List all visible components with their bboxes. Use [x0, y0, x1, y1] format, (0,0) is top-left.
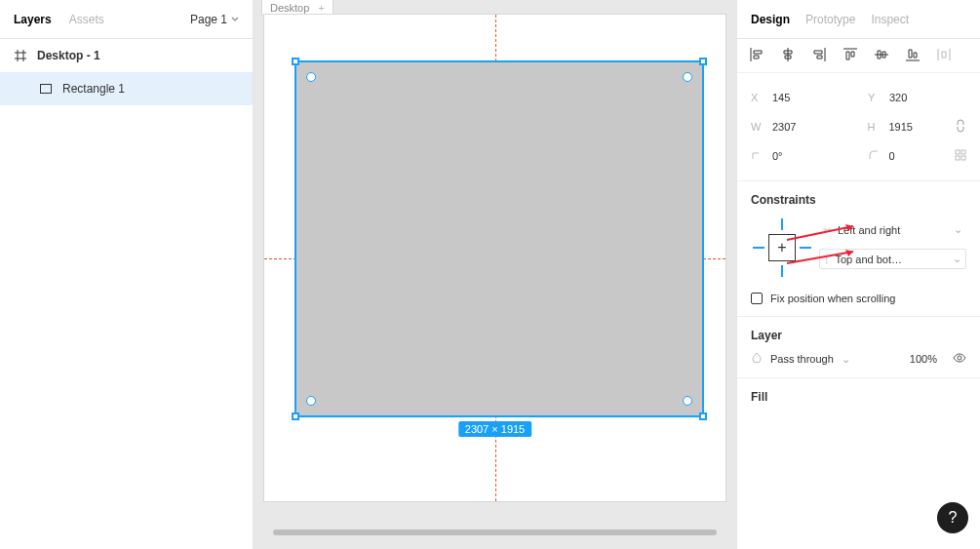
svg-point-5 — [958, 356, 961, 360]
frame-icon — [14, 49, 27, 62]
frame-tab-plus[interactable]: + — [318, 2, 324, 14]
align-tools — [737, 39, 980, 73]
corner-radius-input[interactable]: 0 — [888, 150, 947, 162]
x-label: X — [751, 92, 764, 103]
w-label: W — [751, 121, 764, 133]
opacity-input[interactable]: 100% — [910, 353, 937, 365]
vertical-constraint-label: Top and bot… — [836, 254, 903, 265]
align-bottom-icon[interactable] — [905, 47, 921, 64]
y-input[interactable]: 320 — [889, 92, 948, 103]
chevron-down-icon — [231, 16, 239, 23]
constraint-widget[interactable]: + — [751, 216, 813, 279]
left-panel-header: Layers Assets Page 1 — [0, 0, 253, 39]
horizontal-constraint-icon: ⇿ — [823, 223, 832, 236]
fix-position-label: Fix position when scrolling — [770, 293, 895, 304]
fill-section: Fill — [737, 378, 980, 425]
tab-prototype[interactable]: Prototype — [805, 13, 855, 26]
independent-corners-icon[interactable] — [955, 149, 966, 163]
blend-mode-select[interactable]: Pass through — [770, 353, 834, 365]
resize-handle-bl[interactable] — [292, 412, 299, 420]
fix-position-checkbox[interactable] — [751, 293, 763, 304]
svg-rect-1 — [956, 150, 960, 154]
rotation-icon — [751, 149, 764, 163]
help-button[interactable]: ? — [937, 502, 968, 533]
right-panel-header: Design Prototype Inspect — [737, 0, 980, 39]
horizontal-constraint-select[interactable]: ⇿ Left and right ⌄ — [819, 220, 966, 239]
constraint-top-bar[interactable] — [781, 218, 783, 230]
layer-row-rectangle[interactable]: Rectangle 1 — [0, 72, 253, 105]
vertical-constraint-select[interactable]: ↕ Top and bot… ⌄ — [819, 249, 966, 269]
geometry-section: X 145 Y 320 W 2307 H 1915 0° — [737, 73, 980, 181]
tab-inspect[interactable]: Inspect — [871, 13, 909, 26]
rectangle-name: Rectangle 1 — [62, 82, 125, 96]
fill-section-title: Fill — [751, 390, 966, 404]
align-hcenter-icon[interactable] — [780, 47, 796, 64]
constraint-left-bar[interactable] — [753, 247, 764, 249]
vertical-constraint-icon: ↕ — [824, 254, 830, 265]
fix-position-row[interactable]: Fix position when scrolling — [751, 293, 966, 304]
layer-row-frame[interactable]: Desktop - 1 — [0, 39, 253, 72]
svg-rect-4 — [961, 156, 965, 160]
corner-radius-handle-br[interactable] — [683, 396, 692, 406]
y-label: Y — [868, 92, 882, 103]
frame-tab-label: Desktop — [270, 2, 309, 14]
x-input[interactable]: 145 — [772, 92, 831, 103]
svg-rect-2 — [961, 150, 965, 154]
corner-radius-handle-bl[interactable] — [306, 396, 316, 406]
chevron-down-icon: ⌄ — [954, 223, 962, 236]
blend-mode-icon — [751, 352, 763, 366]
svg-rect-3 — [956, 156, 960, 160]
rotation-input[interactable]: 0° — [772, 150, 831, 162]
layer-section-title: Layer — [751, 329, 966, 342]
constraint-bottom-bar[interactable] — [781, 265, 783, 277]
svg-rect-0 — [41, 85, 52, 94]
rectangle-icon — [39, 82, 53, 96]
chevron-down-icon: ⌄ — [842, 353, 850, 366]
lock-aspect-icon[interactable] — [955, 119, 966, 135]
resize-handle-tr[interactable] — [699, 58, 707, 65]
canvas[interactable]: Desktop + 2307 × 1915 — [254, 0, 736, 549]
selected-rectangle[interactable] — [294, 60, 704, 417]
selection-dimensions-badge: 2307 × 1915 — [458, 421, 531, 437]
right-panel: Design Prototype Inspect X 145 Y 320 W 2… — [736, 0, 980, 549]
h-input[interactable]: 1915 — [888, 121, 947, 133]
align-vcenter-icon[interactable] — [874, 47, 889, 64]
corner-radius-handle-tl[interactable] — [306, 72, 316, 82]
constraint-right-bar[interactable] — [800, 247, 811, 249]
left-panel: Layers Assets Page 1 Desktop - 1 Rectang… — [0, 0, 254, 549]
tab-design[interactable]: Design — [751, 13, 790, 26]
align-top-icon[interactable] — [843, 47, 858, 64]
layer-section: Layer Pass through ⌄ 100% — [737, 317, 980, 378]
horizontal-constraint-label: Left and right — [838, 224, 900, 236]
w-input[interactable]: 2307 — [772, 121, 831, 133]
resize-handle-tl[interactable] — [292, 58, 299, 65]
constraints-title: Constraints — [751, 193, 966, 207]
align-right-icon[interactable] — [811, 47, 827, 64]
visibility-icon[interactable] — [953, 353, 966, 365]
tab-assets[interactable]: Assets — [69, 13, 104, 26]
page-selector-label: Page 1 — [190, 13, 227, 26]
chevron-down-icon: ⌄ — [953, 253, 961, 265]
align-left-icon[interactable] — [749, 47, 764, 64]
corner-radius-icon — [868, 149, 882, 163]
frame-name: Desktop - 1 — [37, 49, 100, 62]
horizontal-scrollbar[interactable] — [273, 529, 717, 535]
tab-layers[interactable]: Layers — [14, 13, 52, 26]
constraint-center-icon: + — [768, 234, 796, 261]
distribute-icon[interactable] — [936, 47, 952, 64]
constraints-section: Constraints + ⇿ Left and right ⌄ — [737, 181, 980, 317]
page-selector[interactable]: Page 1 — [190, 13, 239, 26]
resize-handle-br[interactable] — [699, 412, 707, 420]
corner-radius-handle-tr[interactable] — [683, 72, 692, 82]
h-label: H — [868, 121, 882, 133]
